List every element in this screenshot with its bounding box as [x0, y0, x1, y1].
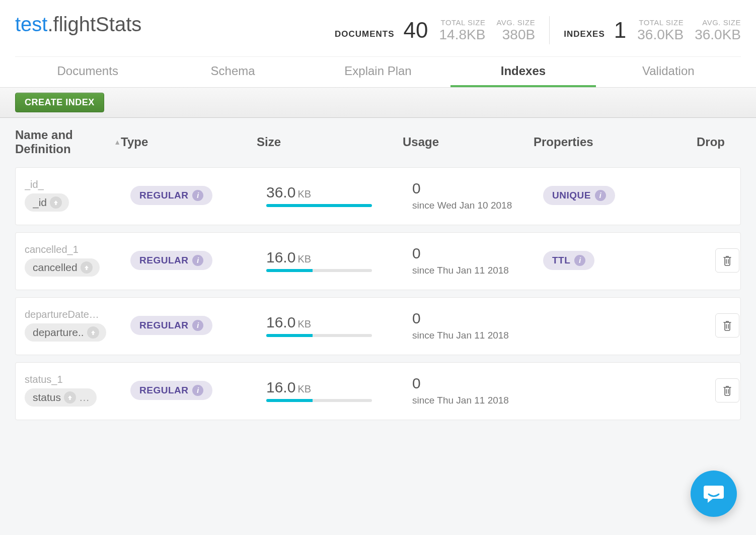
documents-count: 40 [404, 19, 428, 41]
drop-cell [674, 248, 739, 273]
type-badge: REGULARi [130, 381, 212, 400]
properties-cell: UNIQUEi [543, 186, 674, 205]
info-icon[interactable]: i [192, 255, 203, 266]
size-bar [266, 334, 372, 337]
chat-icon [703, 484, 725, 504]
documents-label: DOCUMENTS [335, 29, 395, 39]
drop-cell [674, 313, 739, 338]
col-size[interactable]: Size [257, 135, 403, 149]
doc-avg-size: AVG. SIZE 380B [496, 18, 535, 43]
arrow-up-icon [50, 196, 62, 209]
name-cell: status_1status… [25, 374, 130, 407]
tab-documents[interactable]: Documents [15, 57, 160, 87]
col-type[interactable]: Type [121, 135, 257, 149]
field-pill: departure.. [25, 323, 106, 342]
trash-icon [722, 385, 732, 396]
toolbar: CREATE INDEX [0, 88, 756, 118]
collection-name: flightStats [53, 13, 142, 35]
arrow-up-icon [87, 326, 99, 339]
index-row: _id__idREGULARi36.0KB0since Wed Jan 10 2… [15, 167, 741, 225]
index-name: cancelled_1 [25, 244, 110, 255]
size-cell: 36.0KB [266, 184, 412, 207]
index-total-size: TOTAL SIZE 36.0KB [637, 18, 684, 43]
tab-bar: DocumentsSchemaExplain PlanIndexesValida… [15, 56, 741, 87]
size-bar [266, 204, 372, 207]
arrow-up-icon [81, 261, 93, 274]
db-name: test [15, 13, 47, 35]
property-badge: TTLi [543, 251, 594, 270]
size-bar [266, 269, 372, 272]
drop-index-button[interactable] [715, 378, 739, 403]
info-icon[interactable]: i [192, 190, 203, 201]
type-cell: REGULARi [130, 381, 266, 400]
type-cell: REGULARi [130, 316, 266, 335]
collection-title: test.flightStats [15, 9, 335, 40]
tab-explain-plan[interactable]: Explain Plan [306, 57, 450, 87]
type-badge: REGULARi [130, 316, 212, 335]
type-badge: REGULARi [130, 251, 212, 270]
property-badge: UNIQUEi [543, 186, 615, 205]
indexes-count: 1 [614, 19, 626, 41]
collection-header: test.flightStats DOCUMENTS 40 TOTAL SIZE… [0, 0, 756, 88]
usage-cell: 0since Thu Jan 11 2018 [412, 245, 543, 276]
field-pill: cancelled [25, 258, 100, 277]
index-avg-size: AVG. SIZE 36.0KB [695, 18, 741, 43]
index-row: departureDate…departure..REGULARi16.0KB0… [15, 297, 741, 355]
usage-cell: 0since Thu Jan 11 2018 [412, 375, 543, 406]
sort-asc-icon: ▲ [114, 138, 121, 146]
trash-icon [722, 255, 732, 266]
index-row: status_1status…REGULARi16.0KB0since Thu … [15, 362, 741, 420]
indexes-label: INDEXES [564, 29, 605, 39]
arrow-up-icon [64, 391, 76, 404]
trash-icon [722, 320, 732, 331]
header-stats: DOCUMENTS 40 TOTAL SIZE 14.8KB AVG. SIZE… [335, 9, 741, 50]
col-usage[interactable]: Usage [403, 135, 534, 149]
usage-cell: 0since Thu Jan 11 2018 [412, 310, 543, 341]
index-name: _id_ [25, 179, 110, 190]
index-name: status_1 [25, 374, 110, 385]
info-icon[interactable]: i [595, 190, 606, 201]
drop-cell [674, 378, 739, 403]
type-cell: REGULARi [130, 251, 266, 270]
size-bar [266, 399, 372, 402]
type-badge: REGULARi [130, 186, 212, 205]
col-properties[interactable]: Properties [534, 135, 664, 149]
size-cell: 16.0KB [266, 379, 412, 402]
create-index-button[interactable]: CREATE INDEX [15, 93, 104, 112]
name-cell: cancelled_1cancelled [25, 244, 130, 277]
type-cell: REGULARi [130, 186, 266, 205]
info-icon[interactable]: i [192, 320, 203, 331]
col-name[interactable]: Name and Definition▲ [15, 128, 121, 156]
drop-index-button[interactable] [715, 313, 739, 338]
divider [549, 16, 550, 44]
drop-index-button[interactable] [715, 248, 739, 273]
tab-indexes[interactable]: Indexes [450, 57, 595, 87]
info-icon[interactable]: i [192, 385, 203, 396]
properties-cell: TTLi [543, 251, 674, 270]
chat-fab[interactable] [691, 471, 737, 517]
field-pill: _id [25, 193, 69, 212]
name-cell: departureDate…departure.. [25, 309, 130, 342]
index-name: departureDate… [25, 309, 110, 320]
col-drop: Drop [664, 135, 730, 149]
name-cell: _id__id [25, 179, 130, 212]
info-icon[interactable]: i [574, 255, 585, 266]
table-header: Name and Definition▲ Type Size Usage Pro… [15, 118, 741, 167]
tab-validation[interactable]: Validation [596, 57, 741, 87]
size-cell: 16.0KB [266, 314, 412, 337]
usage-cell: 0since Wed Jan 10 2018 [412, 180, 543, 211]
field-pill: status… [25, 388, 97, 407]
tab-schema[interactable]: Schema [160, 57, 305, 87]
doc-total-size: TOTAL SIZE 14.8KB [439, 18, 486, 43]
index-row: cancelled_1cancelledREGULARi16.0KB0since… [15, 232, 741, 290]
size-cell: 16.0KB [266, 249, 412, 272]
